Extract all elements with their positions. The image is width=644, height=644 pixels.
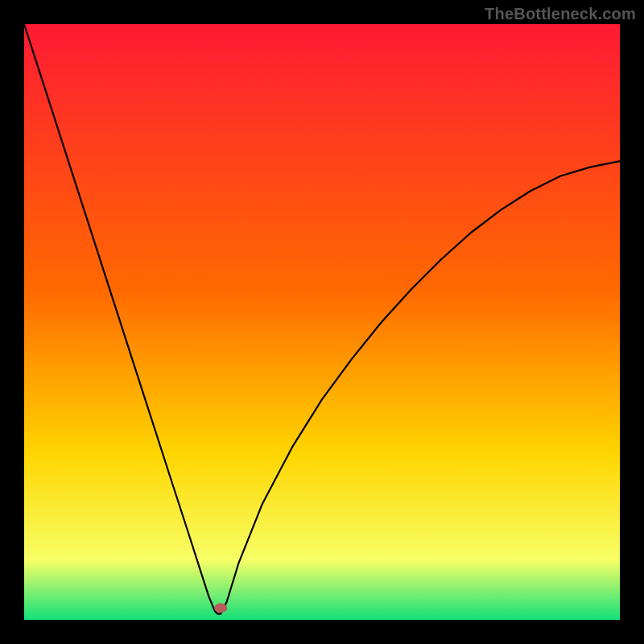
chart-svg <box>24 24 620 620</box>
chart-frame: TheBottleneck.com <box>0 0 644 644</box>
watermark-label: TheBottleneck.com <box>485 5 636 23</box>
plot-area <box>24 24 620 620</box>
optimum-marker <box>214 603 227 613</box>
gradient-background <box>24 24 620 620</box>
